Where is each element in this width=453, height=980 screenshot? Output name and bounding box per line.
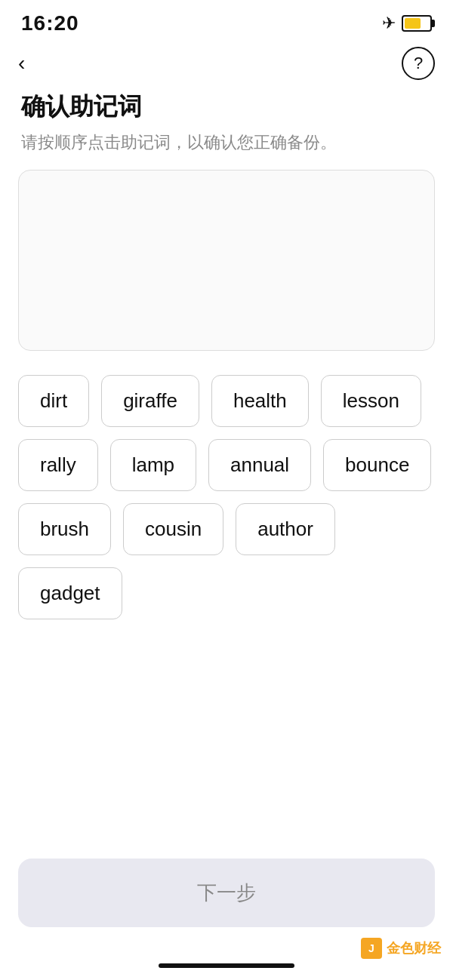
next-button[interactable]: 下一步 [18, 859, 435, 927]
help-button[interactable]: ? [402, 47, 435, 80]
nav-bar: ‹ ? [0, 42, 453, 84]
watermark-icon: J [361, 938, 382, 959]
page-subtitle: 请按顺序点击助记词，以确认您正确备份。 [21, 130, 432, 155]
word-chip-gadget[interactable]: gadget [18, 567, 122, 619]
word-chip-bounce[interactable]: bounce [323, 439, 431, 491]
back-button[interactable]: ‹ [18, 50, 31, 77]
phrase-box [18, 170, 435, 351]
page-header: 确认助记词 请按顺序点击助记词，以确认您正确备份。 [0, 84, 453, 170]
home-indicator [159, 963, 294, 968]
next-button-wrap: 下一步 [18, 859, 435, 927]
status-time: 16:20 [21, 11, 79, 35]
word-chip-lamp[interactable]: lamp [110, 439, 196, 491]
battery-fill [405, 18, 421, 29]
word-chip-author[interactable]: author [236, 503, 335, 555]
battery-icon [402, 15, 432, 32]
word-chip-giraffe[interactable]: giraffe [101, 375, 199, 427]
word-chip-brush[interactable]: brush [18, 503, 111, 555]
watermark: J 金色财经 [361, 938, 441, 959]
word-chip-annual[interactable]: annual [208, 439, 311, 491]
watermark-text: 金色财经 [387, 939, 441, 957]
word-chip-health[interactable]: health [211, 375, 309, 427]
word-chip-dirt[interactable]: dirt [18, 375, 89, 427]
airplane-icon: ✈ [382, 14, 396, 33]
page-title: 确认助记词 [21, 91, 432, 124]
word-chip-cousin[interactable]: cousin [123, 503, 223, 555]
word-chip-lesson[interactable]: lesson [321, 375, 421, 427]
status-icons: ✈ [382, 14, 432, 33]
word-chip-rally[interactable]: rally [18, 439, 98, 491]
word-grid: dirtgiraffehealthlessonrallylampannualbo… [0, 375, 453, 619]
status-bar: 16:20 ✈ [0, 0, 453, 42]
